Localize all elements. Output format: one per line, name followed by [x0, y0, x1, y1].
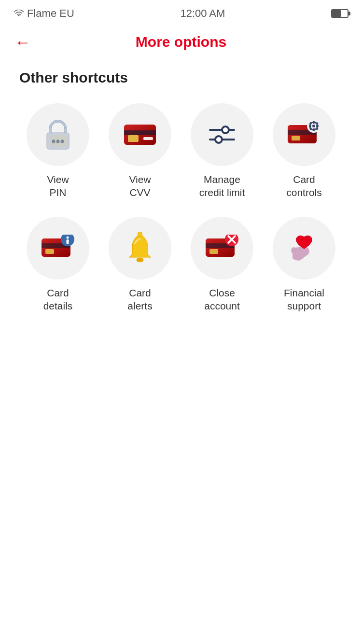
svg-point-18	[215, 136, 222, 143]
svg-point-17	[222, 126, 229, 133]
financial-support-label: Financial support	[284, 286, 324, 313]
svg-rect-37	[45, 249, 54, 254]
section-title: Other shortcuts	[19, 70, 343, 86]
svg-rect-22	[292, 136, 300, 140]
close-account-icon-wrap	[191, 217, 253, 280]
close-account-label: Close account	[204, 286, 240, 313]
shortcut-financial-support[interactable]: Financial support	[265, 217, 343, 313]
card-controls-icon-wrap	[273, 103, 335, 166]
page-title: More options	[136, 34, 226, 50]
svg-point-41	[138, 232, 142, 236]
battery-icon	[331, 9, 348, 18]
svg-point-39	[67, 236, 69, 238]
card-details-label: Card details	[43, 286, 73, 313]
back-button[interactable]: ←	[14, 34, 31, 50]
view-pin-icon-wrap	[27, 103, 89, 166]
battery-indicator	[331, 9, 348, 18]
card-gear-icon	[287, 121, 321, 148]
sliders-icon	[207, 122, 237, 147]
view-pin-label: View PIN	[47, 173, 69, 199]
svg-rect-27	[313, 128, 315, 131]
card-info-icon	[41, 235, 75, 262]
svg-rect-40	[67, 239, 69, 244]
card-x-icon	[205, 235, 239, 262]
wifi-icon	[14, 10, 24, 17]
manage-credit-limit-icon-wrap	[191, 103, 253, 166]
shortcut-view-pin[interactable]: View PIN	[19, 103, 97, 199]
view-cvv-icon-wrap	[109, 103, 171, 166]
svg-rect-46	[209, 249, 218, 254]
svg-rect-26	[313, 121, 315, 124]
svg-rect-12	[124, 130, 156, 135]
shortcut-card-controls[interactable]: Card controls	[265, 103, 343, 199]
bell-icon	[125, 232, 155, 265]
shortcut-manage-credit-limit[interactable]: Manage credit limit	[183, 103, 261, 199]
shortcut-card-alerts[interactable]: Card alerts	[101, 217, 179, 313]
svg-rect-14	[143, 137, 153, 140]
svg-point-9	[61, 140, 64, 143]
svg-point-8	[56, 140, 60, 143]
page-header: ← More options	[0, 24, 362, 60]
heart-hand-icon	[287, 233, 321, 263]
financial-support-icon-wrap	[273, 217, 335, 280]
carrier-name: Flame EU	[27, 7, 74, 20]
svg-point-42	[136, 257, 143, 262]
svg-rect-29	[316, 125, 319, 127]
card-alerts-icon-wrap	[109, 217, 171, 280]
shortcut-view-cvv[interactable]: View CVV	[101, 103, 179, 199]
status-time: 12:00 AM	[180, 7, 225, 20]
card-controls-label: Card controls	[286, 173, 322, 199]
card-details-icon-wrap	[27, 217, 89, 280]
svg-point-25	[312, 125, 315, 127]
svg-rect-28	[309, 125, 311, 127]
shortcuts-grid: View PIN	[19, 103, 343, 312]
view-cvv-label: View CVV	[129, 173, 151, 199]
card-alerts-label: Card alerts	[127, 286, 152, 313]
carrier-info: Flame EU	[14, 7, 74, 20]
status-bar: Flame EU 12:00 AM	[0, 0, 362, 24]
lock-icon	[43, 118, 73, 151]
card-cvv-icon	[123, 123, 157, 147]
manage-credit-limit-label: Manage credit limit	[199, 173, 245, 199]
shortcuts-section: Other shortcuts	[0, 60, 362, 327]
svg-point-7	[52, 140, 56, 143]
shortcut-close-account[interactable]: Close account	[183, 217, 261, 313]
svg-rect-13	[128, 135, 139, 142]
shortcut-card-details[interactable]: Card details	[19, 217, 97, 313]
